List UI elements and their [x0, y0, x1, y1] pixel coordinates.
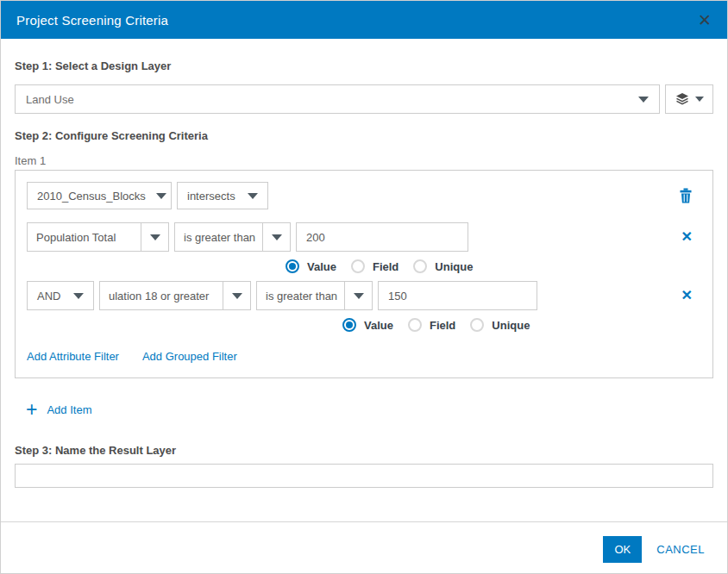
- filter1-mode-unique[interactable]: Unique: [413, 259, 473, 273]
- filter2-mode-field[interactable]: Field: [408, 318, 455, 332]
- spatial-operator-value: intersects: [187, 190, 235, 203]
- delete-item-button[interactable]: [679, 188, 693, 203]
- step2-label: Step 2: Configure Screening Criteria: [15, 129, 713, 143]
- filter2-mode-value[interactable]: Value: [342, 318, 393, 332]
- add-item-button[interactable]: + Add Item: [26, 401, 713, 418]
- cancel-button[interactable]: CANCEL: [656, 543, 705, 556]
- criteria-layer-select[interactable]: 2010_Census_Blocks: [27, 182, 172, 209]
- design-layer-value: Land Use: [26, 93, 74, 106]
- step3-label: Step 3: Name the Result Layer: [15, 444, 713, 458]
- filter2-conjunction-value: AND: [37, 290, 60, 303]
- filter2-mode-radio-group: Value Field Unique: [342, 316, 701, 334]
- radio-selected-icon[interactable]: [342, 318, 356, 332]
- radio-selected-icon[interactable]: [286, 259, 299, 273]
- chevron-down-icon: [272, 234, 282, 240]
- filter2-value-input[interactable]: [378, 281, 537, 310]
- attribute-filter-row: Population Total is greater than ✕: [27, 222, 701, 252]
- filter1-operator-select[interactable]: is greater than: [174, 222, 291, 252]
- filter1-mode-field[interactable]: Field: [351, 259, 399, 273]
- chevron-down-icon: [638, 97, 649, 103]
- filter2-field-select[interactable]: ulation 18 or greater: [99, 281, 251, 310]
- dialog-body: Step 1: Select a Design Layer Land Use S…: [1, 39, 727, 488]
- filter-links-row: Add Attribute Filter Add Grouped Filter: [27, 350, 701, 364]
- filter1-mode-radio-group: Value Field Unique: [286, 258, 701, 275]
- radio-unselected-icon[interactable]: [351, 259, 365, 273]
- chevron-down-icon: [73, 293, 84, 299]
- dialog-title: Project Screening Criteria: [16, 13, 168, 28]
- filter1-operator-value: is greater than: [175, 223, 263, 251]
- filter2-operator-select[interactable]: is greater than: [256, 281, 373, 310]
- chevron-down-icon: [248, 193, 258, 199]
- filter2-conjunction-select[interactable]: AND: [27, 281, 94, 310]
- layer-picker-button[interactable]: [665, 84, 713, 114]
- ok-button[interactable]: OK: [603, 536, 642, 563]
- chevron-down-icon: [150, 234, 160, 240]
- item-panel: 2010_Census_Blocks intersects: [15, 170, 713, 378]
- plus-icon: +: [26, 402, 37, 417]
- step1-label: Step 1: Select a Design Layer: [15, 39, 713, 73]
- add-attribute-filter-link[interactable]: Add Attribute Filter: [27, 350, 119, 364]
- criteria-layer-value: 2010_Census_Blocks: [37, 190, 146, 203]
- filter2-remove-button[interactable]: ✕: [681, 289, 693, 303]
- filter1-field-value: Population Total: [28, 223, 141, 251]
- radio-unselected-icon[interactable]: [413, 259, 427, 273]
- add-grouped-filter-link[interactable]: Add Grouped Filter: [142, 350, 237, 364]
- radio-unselected-icon[interactable]: [408, 318, 422, 332]
- dialog-footer: OK CANCEL: [1, 522, 727, 574]
- filter2-field-value: ulation 18 or greater: [100, 282, 223, 309]
- item-label: Item 1: [15, 154, 713, 167]
- filter2-operator-value: is greater than: [257, 282, 345, 309]
- chevron-down-icon: [232, 293, 242, 299]
- layers-icon: [675, 93, 689, 105]
- filter1-value-input[interactable]: [296, 222, 468, 252]
- result-layer-name-input[interactable]: [15, 464, 713, 488]
- add-item-label: Add Item: [47, 403, 91, 416]
- filter1-mode-value[interactable]: Value: [286, 259, 336, 273]
- dialog-header: Project Screening Criteria ✕: [1, 1, 727, 39]
- remove-icon: ✕: [681, 289, 693, 303]
- chevron-down-icon: [354, 293, 364, 299]
- design-layer-select[interactable]: Land Use: [15, 84, 660, 114]
- chevron-down-icon: [695, 97, 704, 102]
- filter1-remove-button[interactable]: ✕: [681, 230, 693, 244]
- trash-icon: [679, 188, 693, 203]
- filter2-mode-unique[interactable]: Unique: [470, 318, 530, 332]
- project-screening-criteria-dialog: Project Screening Criteria ✕ Step 1: Sel…: [0, 0, 728, 574]
- chevron-down-icon: [156, 193, 166, 199]
- attribute-filter-row: AND ulation 18 or greater is greater tha…: [27, 281, 701, 310]
- design-layer-row: Land Use: [15, 84, 713, 114]
- close-icon[interactable]: ✕: [698, 12, 712, 28]
- filter1-field-select[interactable]: Population Total: [27, 222, 169, 252]
- remove-icon: ✕: [681, 230, 693, 244]
- radio-unselected-icon[interactable]: [470, 318, 484, 332]
- spatial-operator-select[interactable]: intersects: [177, 182, 268, 209]
- spatial-filter-row: 2010_Census_Blocks intersects: [27, 182, 701, 209]
